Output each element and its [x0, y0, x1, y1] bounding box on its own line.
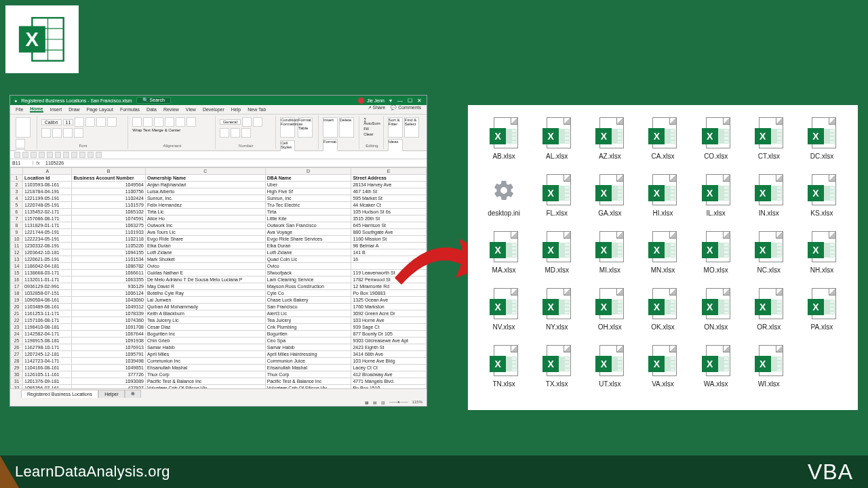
file-item[interactable]: X AL.xlsx	[530, 117, 583, 174]
cell[interactable]: High Five Sf	[265, 188, 351, 195]
cell[interactable]: 1091938	[72, 338, 146, 344]
cell[interactable]: Ovico	[145, 263, 265, 270]
file-item[interactable]: X NY.xlsx	[530, 288, 583, 345]
user-name[interactable]: Jie Jenn	[367, 98, 384, 103]
cell[interactable]: April Miles Hairdressing	[265, 351, 351, 358]
conditional-formatting-button[interactable]: Conditional Formatting	[280, 117, 295, 138]
cell[interactable]: 1105226	[72, 243, 146, 249]
qat-item[interactable]	[47, 152, 53, 158]
cell[interactable]: De Melo Adriano T De Sousa Melo Luciana …	[145, 277, 265, 283]
qat-save-icon[interactable]	[14, 152, 20, 158]
file-item[interactable]: X VA.xlsx	[636, 345, 689, 402]
zoom-slider[interactable]: ——●——	[389, 400, 408, 404]
file-item[interactable]: desktop.ini	[477, 174, 530, 231]
qat-item[interactable]	[87, 152, 94, 158]
qat-item[interactable]	[79, 152, 85, 158]
cell[interactable]: Ehsanullah Mashal	[265, 365, 351, 371]
cell[interactable]: 1063275	[72, 222, 146, 229]
cell[interactable]: 1066611	[72, 270, 146, 277]
row-header[interactable]: 24	[11, 331, 23, 338]
cell[interactable]: Outwork San Francisco	[265, 222, 351, 229]
cell[interactable]: 1157106-08-171	[23, 317, 72, 324]
row-header[interactable]: 30	[11, 371, 23, 378]
row-header[interactable]: 5	[11, 202, 23, 209]
file-item[interactable]: X WA.xlsx	[690, 345, 743, 402]
ribbon-display-icon[interactable]: ▾	[387, 97, 394, 104]
file-item[interactable]: X NV.xlsx	[477, 288, 530, 345]
ribbon-tab-data[interactable]: Data	[146, 107, 157, 112]
cell[interactable]: 1198410-08-181	[23, 324, 72, 331]
align-middle-button[interactable]	[143, 117, 153, 127]
increase-decimal-button[interactable]	[231, 128, 240, 138]
cell[interactable]: Sfwoofpack	[265, 270, 351, 277]
cell[interactable]: 1221744-05-191	[23, 229, 72, 236]
cell[interactable]: 1074360	[72, 317, 146, 324]
cell[interactable]: 1094155	[72, 249, 146, 256]
row-header[interactable]: 18	[11, 290, 23, 297]
cell[interactable]: Elka Duran	[145, 243, 265, 249]
decrease-font-button[interactable]	[85, 117, 95, 127]
cell[interactable]: 1162798-10-171	[23, 344, 72, 351]
cell[interactable]: 1091708	[72, 324, 146, 331]
cell[interactable]: Thux Corp	[265, 371, 351, 378]
cell[interactable]: 9303 Gilcreasewe Ave Apt	[351, 338, 427, 344]
row-header[interactable]: 6	[11, 209, 23, 216]
row-header[interactable]: 21	[11, 310, 23, 317]
row-header[interactable]: 29	[11, 365, 23, 371]
file-item[interactable]: X OH.xlsx	[583, 288, 636, 345]
comments-button[interactable]: 💬 Comments	[391, 105, 421, 110]
view-page-break-icon[interactable]: ▥	[381, 400, 385, 405]
cell[interactable]: Outwork Inc	[145, 222, 265, 229]
cell[interactable]: Mayson-Ross Construction	[265, 283, 351, 290]
spreadsheet-grid[interactable]: ABCDE 1Location IdBusiness Account Numbe…	[10, 167, 427, 388]
sort-filter-button[interactable]: Sort & Filter	[388, 117, 403, 138]
cell[interactable]: Samar Habib	[265, 344, 351, 351]
row-header[interactable]: 11	[11, 243, 23, 249]
cell[interactable]: 0936129-02-991	[23, 283, 72, 290]
file-item[interactable]: X GA.xlsx	[583, 174, 636, 231]
cell[interactable]: Mark Shoiket	[145, 256, 265, 263]
file-item[interactable]: X AZ.xlsx	[583, 117, 636, 174]
row-header[interactable]: 4	[11, 195, 23, 202]
row-header[interactable]: 13	[11, 256, 23, 263]
cell[interactable]: 103 Horne Ave	[351, 317, 427, 324]
cell[interactable]: Elka Duran	[265, 243, 351, 249]
file-item[interactable]: X NC.xlsx	[743, 231, 795, 288]
currency-button[interactable]	[242, 117, 252, 127]
new-sheet-button[interactable]: ⊕	[125, 390, 141, 398]
column-header-cell[interactable]: Ownership Name	[145, 175, 265, 182]
cell[interactable]: 1157686-08-171	[23, 216, 72, 222]
cell[interactable]: Lotfi Zidane	[145, 249, 265, 256]
paste-button[interactable]	[16, 117, 31, 138]
file-item[interactable]: X OK.xlsx	[636, 288, 689, 345]
qat-item[interactable]	[71, 152, 77, 158]
cell[interactable]: 936129	[72, 283, 146, 290]
cell[interactable]: April Miles	[145, 351, 265, 358]
row-header[interactable]: 2	[11, 182, 23, 188]
cell[interactable]: 2423 Eighth St	[351, 344, 427, 351]
file-item[interactable]: X CA.xlsx	[636, 117, 689, 174]
cell[interactable]: 1101933	[72, 229, 146, 236]
file-item[interactable]: X TX.xlsx	[530, 345, 583, 402]
cell[interactable]: 645 Harrison St	[351, 222, 427, 229]
formula-input[interactable]: 1105226	[43, 161, 427, 165]
column-header-cell[interactable]: Location Id	[23, 175, 72, 182]
cell[interactable]: 1218784-04-191	[23, 188, 72, 195]
row-header[interactable]: 19	[11, 297, 23, 304]
column-header-D[interactable]: D	[265, 168, 351, 175]
cell[interactable]: 1126105-11-161	[23, 371, 72, 378]
sheet-tab-helper[interactable]: Helper	[98, 390, 125, 398]
cell[interactable]: 44 Mcaker Ct	[351, 202, 427, 209]
merge-center-button[interactable]: Merge & Center	[152, 128, 180, 132]
cell[interactable]: 3515 20th St	[351, 216, 427, 222]
cell[interactable]: Little Kite	[265, 216, 351, 222]
qat-item[interactable]	[55, 152, 61, 158]
row-header[interactable]: 28	[11, 358, 23, 365]
ribbon-tab-developer[interactable]: Developer	[203, 107, 224, 112]
cell[interactable]: 103 Horne Ave Bldg	[351, 358, 427, 365]
cell[interactable]: 1230332-08-191	[23, 243, 72, 249]
ribbon-tab-new-tab[interactable]: New Tab	[248, 107, 266, 112]
row-header[interactable]: 14	[11, 263, 23, 270]
cell[interactable]: 939 Sage Ct	[351, 324, 427, 331]
minimize-icon[interactable]: —	[397, 97, 403, 104]
